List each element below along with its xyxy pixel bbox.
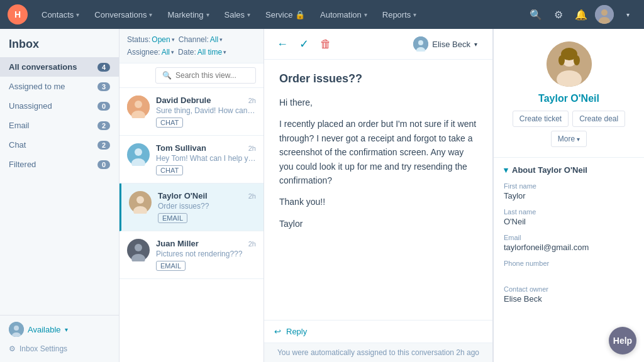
date-filter-value: All time bbox=[197, 48, 222, 57]
sidebar-item-email[interactable]: Email 2 bbox=[0, 116, 119, 135]
channel-filter[interactable]: Channel: All ▾ bbox=[179, 35, 223, 44]
conv-preview: Sure thing, David! How can I help? bbox=[156, 106, 256, 115]
sidebar-label: Chat bbox=[9, 140, 97, 150]
user-avatar[interactable] bbox=[595, 5, 614, 24]
sidebar-item-assigned-to-me[interactable]: Assigned to me 3 bbox=[0, 77, 119, 96]
svg-point-25 bbox=[558, 55, 565, 65]
check-icon[interactable]: ✓ bbox=[297, 35, 311, 53]
conv-item-david-debrule[interactable]: David Debrule 2h Sure thing, David! How … bbox=[119, 88, 264, 136]
contact-section-header[interactable]: ▾ About Taylor O'Neil bbox=[504, 165, 634, 175]
contact-avatar-large bbox=[547, 41, 592, 87]
status-filter-label: Status: bbox=[127, 35, 150, 44]
conv-top: Tom Sullivan 2h bbox=[156, 143, 256, 153]
search-icon: 🔍 bbox=[162, 71, 172, 80]
nav-contacts[interactable]: Contacts ▾ bbox=[35, 6, 86, 23]
more-button[interactable]: More ▾ bbox=[551, 131, 587, 147]
conv-top: Taylor O'Neil 2h bbox=[158, 191, 256, 200]
left-sidebar: Inbox All conversations 4 Assigned to me… bbox=[0, 29, 119, 362]
sidebar-item-all-conversations[interactable]: All conversations 4 bbox=[0, 57, 119, 77]
search-input[interactable] bbox=[175, 71, 249, 80]
conv-time: 2h bbox=[248, 192, 256, 200]
conv-time: 2h bbox=[248, 145, 256, 152]
date-filter-label: Date: bbox=[178, 48, 196, 57]
conv-tag: CHAT bbox=[156, 165, 183, 175]
search-icon[interactable]: 🔍 bbox=[527, 6, 545, 23]
email-body: Hi there, I recently placed an order but… bbox=[279, 96, 477, 231]
available-status[interactable]: Available ▾ bbox=[9, 322, 110, 337]
field-value: O'Neil bbox=[504, 217, 634, 226]
nav-conversations[interactable]: Conversations ▾ bbox=[88, 6, 158, 23]
assignee-filter-value: All bbox=[162, 48, 170, 57]
sidebar-badge: 0 bbox=[97, 160, 110, 169]
right-panel: Taylor O'Neil Create ticket Create deal … bbox=[493, 29, 644, 362]
settings-icon[interactable]: ⚙ bbox=[550, 6, 567, 23]
nav-automation[interactable]: Automation ▾ bbox=[314, 6, 374, 23]
date-filter[interactable]: Date: All time ▾ bbox=[178, 48, 226, 57]
assignee-selector[interactable]: Elise Beck ▾ bbox=[408, 34, 482, 54]
sidebar-badge: 2 bbox=[97, 121, 110, 130]
sidebar-label: All conversations bbox=[9, 62, 97, 72]
sidebar-item-filtered[interactable]: Filtered 0 bbox=[0, 155, 119, 174]
field-value: Elise Beck bbox=[504, 294, 634, 304]
back-arrow-icon[interactable]: ← bbox=[274, 35, 291, 53]
avatar bbox=[127, 143, 150, 166]
nav-service[interactable]: Service 🔒 bbox=[259, 6, 311, 23]
contact-field-owner: Contact owner Elise Beck bbox=[504, 285, 634, 304]
email-para-2: I recently placed an order but I'm not s… bbox=[279, 117, 477, 187]
conv-content: Taylor O'Neil 2h Order issues?? EMAIL bbox=[158, 191, 256, 223]
trash-icon[interactable]: 🗑 bbox=[318, 35, 334, 53]
svg-point-4 bbox=[14, 326, 19, 331]
sidebar-footer: Available ▾ ⚙ Inbox Settings bbox=[0, 315, 119, 362]
account-chevron-icon[interactable]: ▾ bbox=[619, 6, 636, 23]
sidebar-badge: 2 bbox=[97, 141, 110, 150]
create-deal-button[interactable]: Create deal bbox=[572, 111, 625, 127]
hubspot-logo[interactable]: H bbox=[8, 4, 28, 25]
help-button[interactable]: Help bbox=[609, 327, 636, 354]
conversation-main: ← ✓ 🗑 Elise Beck ▾ Order issues?? Hi bbox=[264, 29, 493, 362]
conv-filters: Status: Open ▾ Channel: All ▾ Assignee: … bbox=[119, 29, 264, 63]
contact-section-about: ▾ About Taylor O'Neil First name Taylor … bbox=[494, 158, 644, 319]
conv-main-header: ← ✓ 🗑 Elise Beck ▾ bbox=[264, 29, 492, 60]
chevron-down-icon: ▾ bbox=[577, 136, 580, 143]
inbox-settings-link[interactable]: ⚙ Inbox Settings bbox=[9, 342, 110, 356]
svg-point-26 bbox=[574, 55, 580, 65]
notifications-icon[interactable]: 🔔 bbox=[572, 6, 590, 23]
contact-actions: Create ticket Create deal More ▾ bbox=[504, 111, 634, 147]
sidebar-item-unassigned[interactable]: Unassigned 0 bbox=[0, 96, 119, 116]
conv-name: David Debrule bbox=[156, 96, 211, 105]
field-value: taylorfoneil@gmail.com bbox=[504, 243, 634, 252]
email-subject: Order issues?? bbox=[279, 72, 477, 85]
field-value bbox=[504, 268, 634, 278]
nav-sales[interactable]: Sales ▾ bbox=[218, 6, 257, 23]
search-box[interactable]: 🔍 bbox=[155, 67, 256, 84]
sidebar-label: Email bbox=[9, 121, 97, 130]
conv-tag: EMAIL bbox=[156, 261, 186, 271]
create-ticket-button[interactable]: Create ticket bbox=[513, 111, 569, 127]
conv-item-juan-miller[interactable]: Juan Miller 2h Pictures not rendering???… bbox=[119, 231, 264, 279]
sidebar-label: Assigned to me bbox=[9, 82, 97, 91]
nav-marketing[interactable]: Marketing ▾ bbox=[161, 6, 215, 23]
status-filter-value: Open bbox=[152, 35, 170, 44]
logo-text: H bbox=[14, 9, 21, 19]
nav-reports[interactable]: Reports ▾ bbox=[376, 6, 423, 23]
field-label: Last name bbox=[504, 208, 634, 216]
email-para-4: Taylor bbox=[279, 217, 477, 231]
conv-name: Tom Sullivan bbox=[156, 143, 206, 153]
svg-point-16 bbox=[135, 244, 142, 251]
assignee-filter[interactable]: Assignee: All ▾ bbox=[127, 48, 174, 57]
reply-bar[interactable]: ↩ Reply bbox=[264, 320, 492, 343]
svg-point-1 bbox=[601, 9, 608, 16]
conversation-items: David Debrule 2h Sure thing, David! How … bbox=[119, 88, 264, 362]
contact-field-first-name: First name Taylor bbox=[504, 182, 634, 200]
svg-point-10 bbox=[135, 148, 142, 156]
sidebar-item-chat[interactable]: Chat 2 bbox=[0, 135, 119, 155]
auto-assign-note: You were automatically assigned to this … bbox=[264, 343, 492, 362]
conv-item-tom-sullivan[interactable]: Tom Sullivan 2h Hey Tom! What can I help… bbox=[119, 136, 264, 184]
avatar bbox=[127, 239, 150, 261]
field-label: First name bbox=[504, 182, 634, 190]
settings-label: Inbox Settings bbox=[19, 344, 67, 353]
status-filter[interactable]: Status: Open ▾ bbox=[127, 35, 175, 44]
sidebar-label: Unassigned bbox=[9, 101, 97, 111]
conv-item-taylor-oneil[interactable]: Taylor O'Neil 2h Order issues?? EMAIL bbox=[119, 184, 264, 231]
top-nav: H Contacts ▾ Conversations ▾ Marketing ▾… bbox=[0, 0, 644, 29]
